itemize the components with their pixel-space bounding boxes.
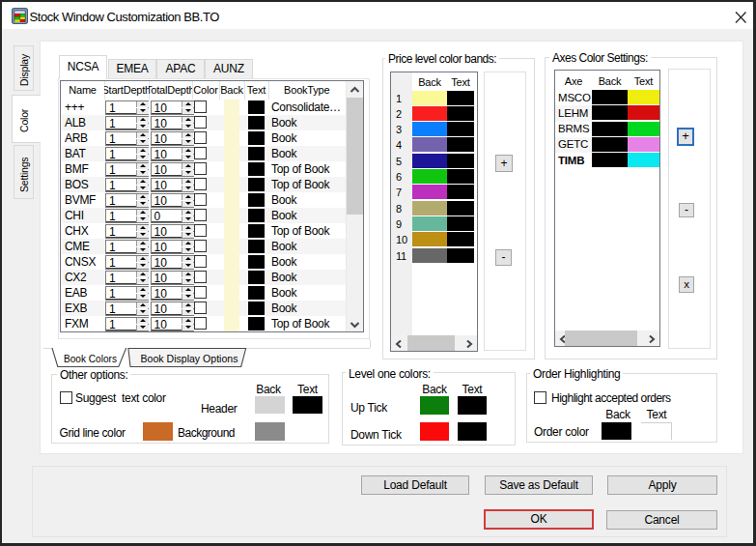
svg-text:Book Display Options: Book Display Options bbox=[141, 353, 238, 364]
svg-text:Book Colors: Book Colors bbox=[64, 353, 117, 364]
